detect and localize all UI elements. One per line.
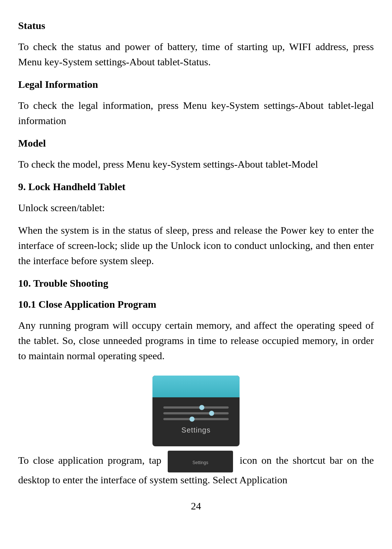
close-application-inline-para: To close application program, tap Settin… bbox=[18, 451, 374, 488]
settings-icon-image-container: Settings bbox=[149, 374, 243, 447]
slider-track-3 bbox=[163, 418, 229, 420]
slider-track-1 bbox=[163, 406, 229, 409]
close-application-section: 10.1 Close Application Program Any runni… bbox=[18, 297, 374, 488]
model-heading: Model bbox=[18, 136, 374, 151]
slider-thumb-1 bbox=[199, 405, 204, 410]
slider-row-2 bbox=[163, 412, 229, 414]
page-number: 24 bbox=[191, 500, 201, 512]
legal-information-section: Legal Information To check the legal inf… bbox=[18, 77, 374, 128]
close-application-content-1: Any running program will occupy certain … bbox=[18, 318, 374, 364]
settings-sliders bbox=[163, 406, 229, 420]
lock-tablet-content: When the system is in the status of slee… bbox=[18, 223, 374, 269]
settings-icon-label: Settings bbox=[181, 425, 211, 435]
inline-settings-icon-wrapper: Settings bbox=[168, 451, 233, 472]
legal-information-content: To check the legal information, press Me… bbox=[18, 98, 374, 128]
inline-settings-box: Settings bbox=[168, 451, 233, 472]
status-content: To check the status and power of battery… bbox=[18, 39, 374, 70]
model-section: Model To check the model, press Menu key… bbox=[18, 136, 374, 172]
close-application-heading: 10.1 Close Application Program bbox=[18, 297, 374, 312]
trouble-shooting-section: 10. Trouble Shooting bbox=[18, 276, 374, 291]
slider-thumb-2 bbox=[209, 411, 214, 416]
status-section: Status To check the status and power of … bbox=[18, 18, 374, 70]
lock-tablet-heading: 9. Lock Handheld Tablet bbox=[18, 179, 374, 194]
unlock-subheading: Unlock screen/tablet: bbox=[18, 200, 374, 216]
svg-text:Settings: Settings bbox=[193, 460, 208, 465]
slider-row-1 bbox=[163, 406, 229, 409]
model-content: To check the model, press Menu key-Syste… bbox=[18, 157, 374, 172]
slider-track-2 bbox=[163, 412, 229, 414]
settings-icon-top-bar bbox=[152, 376, 240, 397]
lock-tablet-section: 9. Lock Handheld Tablet Unlock screen/ta… bbox=[18, 179, 374, 269]
page-number-container: 24 bbox=[18, 499, 374, 514]
inline-settings-svg: Settings bbox=[182, 454, 219, 469]
trouble-shooting-heading: 10. Trouble Shooting bbox=[18, 276, 374, 291]
slider-row-3 bbox=[163, 418, 229, 420]
status-heading: Status bbox=[18, 18, 374, 33]
legal-information-heading: Legal Information bbox=[18, 77, 374, 92]
slider-thumb-3 bbox=[189, 417, 195, 422]
settings-icon-box: Settings bbox=[152, 376, 240, 446]
inline-before-text: To close application program, tap bbox=[18, 455, 162, 466]
